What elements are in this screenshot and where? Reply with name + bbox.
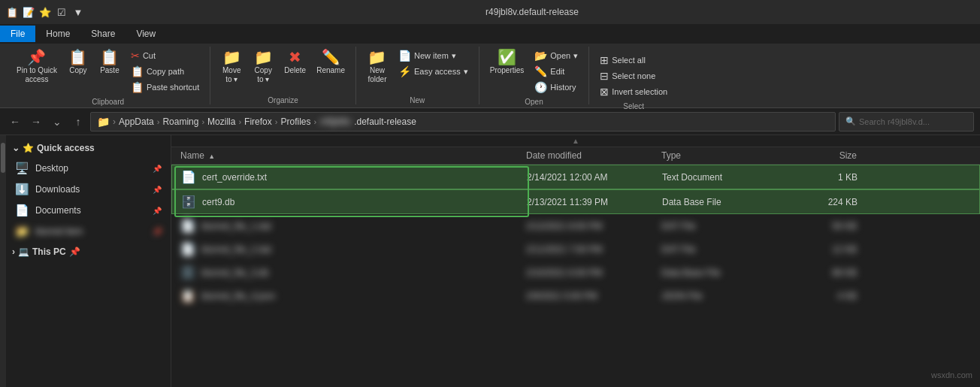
downloads-pin-icon: 📌 <box>153 186 162 194</box>
col-header-type[interactable]: Type <box>661 150 782 161</box>
desktop-pin-icon: 📌 <box>153 165 162 173</box>
search-bar[interactable]: 🔍 Search r49jbl8v.d... <box>839 112 974 132</box>
properties-button[interactable]: ✅ Properties <box>485 47 529 78</box>
organize-label: Organize <box>268 93 298 104</box>
documents-pin-icon: 📌 <box>153 207 162 215</box>
paste-shortcut-button[interactable]: 📋 Paste shortcut <box>126 80 204 95</box>
star-icon: ⭐ <box>39 6 51 18</box>
open-label: Open <box>525 95 543 106</box>
blurred-file-rows: 📄blurred_file_1.dat 2/12/2021 8:00 PM DA… <box>171 214 980 307</box>
history-button[interactable]: 🕐 History <box>530 80 582 95</box>
select-none-icon: ⊟ <box>600 70 609 82</box>
pin-to-quick-access-button[interactable]: 📌 Pin to Quickaccess <box>12 47 62 87</box>
sep4: › <box>275 117 278 126</box>
invert-icon: ⊠ <box>600 86 609 98</box>
open-button[interactable]: 📂 Open ▾ <box>530 48 582 63</box>
easy-access-icon: ⚡ <box>398 65 411 77</box>
new-folder-button[interactable]: 📁 Newfolder <box>362 47 392 87</box>
move-to-icon: 📁 <box>222 50 241 65</box>
paste-icon: 📋 <box>100 50 119 65</box>
copy-icon: 📋 <box>68 50 87 65</box>
back-button[interactable]: ← <box>6 113 24 131</box>
new-col: 📄 New item ▾ ⚡ Easy access ▾ <box>394 47 473 79</box>
title-bar: 📋 📝 ⭐ ☑ ▼ r49jbl8v.default-release <box>0 0 980 24</box>
select-none-button[interactable]: ⊟ Select none <box>595 68 672 83</box>
sep2: › <box>201 117 204 126</box>
menu-tab-view[interactable]: View <box>126 26 166 42</box>
cut-icon: ✂ <box>131 50 140 62</box>
copy-path-icon: 📋 <box>131 65 144 77</box>
address-profiles[interactable]: Profiles <box>280 116 310 127</box>
copy-path-button[interactable]: 📋 Copy path <box>126 64 204 79</box>
ribbon-group-select: ⊞ Select all ⊟ Select none ⊠ Invert sele… <box>589 47 678 104</box>
address-firefox[interactable]: Firefox <box>244 116 272 127</box>
sep3: › <box>238 117 241 126</box>
menu-tab-share[interactable]: Share <box>80 26 126 42</box>
open-arrow: ▾ <box>573 51 578 61</box>
new-item-button[interactable]: 📄 New item ▾ <box>394 48 473 63</box>
sep5: › <box>313 117 316 126</box>
window-title: r49jbl8v.default-release <box>90 7 974 17</box>
table-row[interactable]: 📄 cert_override.txt 2/14/2021 12:00 AM T… <box>171 165 980 189</box>
easy-access-label: Easy access <box>414 67 461 76</box>
pin-label: Pin to Quickaccess <box>17 66 57 84</box>
search-icon: 🔍 <box>845 116 856 126</box>
sidebar-item-downloads[interactable]: ⬇️ Downloads 📌 <box>6 179 171 200</box>
edit-button[interactable]: ✏️ Edit <box>530 64 582 79</box>
select-all-button[interactable]: ⊞ Select all <box>595 53 672 68</box>
easy-access-button[interactable]: ⚡ Easy access ▾ <box>394 64 473 79</box>
this-pc-icon: 💻 <box>18 246 29 257</box>
sidebar-item-documents[interactable]: 📄 Documents 📌 <box>6 200 171 221</box>
edit-label: Edit <box>550 67 564 76</box>
arrow-icon: ▼ <box>72 6 84 18</box>
table-row[interactable]: 🗄️ cert9.db 2/13/2021 11:39 PM Data Base… <box>171 189 980 214</box>
history-label: History <box>550 83 576 92</box>
table-row: 📄blurred_file_2.dat 2/11/2021 7:00 PM DA… <box>171 237 980 261</box>
copy-button[interactable]: 📋 Copy <box>63 47 93 78</box>
organize-items: 📁 Moveto ▾ 📁 Copyto ▾ ✖ Delete ✏️ Rename <box>216 47 349 93</box>
col-header-name[interactable]: Name ▲ <box>180 150 526 161</box>
up-button[interactable]: ↑ <box>69 113 87 131</box>
paste-button[interactable]: 📋 Paste <box>95 47 125 78</box>
file-area: ▲ Name ▲ Date modified Type Size 📄 cert_… <box>171 135 980 387</box>
move-to-button[interactable]: 📁 Moveto ▾ <box>216 47 247 87</box>
cut-button[interactable]: ✂ Cut <box>126 48 204 63</box>
address-release[interactable]: .default-release <box>354 116 416 127</box>
open-label: Open <box>550 51 570 60</box>
quick-access-header[interactable]: ⌄ ⭐ Quick access <box>6 138 171 158</box>
paste-label: Paste <box>100 66 119 75</box>
new-label: New <box>410 93 425 104</box>
checkbox-icon: ☑ <box>56 6 68 18</box>
recent-button[interactable]: ⌄ <box>48 113 66 131</box>
quick-access-arrow: ⌄ <box>12 143 20 153</box>
open-items: ✅ Properties 📂 Open ▾ ✏️ Edit 🕐 History <box>485 47 583 95</box>
menu-tab-home[interactable]: Home <box>35 26 80 42</box>
open-icon: 📂 <box>534 50 547 62</box>
address-profile-id[interactable]: r49jbl8v <box>319 116 351 127</box>
invert-label: Invert selection <box>612 87 667 96</box>
forward-button[interactable]: → <box>27 113 45 131</box>
copy-to-button[interactable]: 📁 Copyto ▾ <box>248 47 278 87</box>
sidebar-item-desktop[interactable]: 🖥️ Desktop 📌 <box>6 158 171 179</box>
address-bar[interactable]: 📁 › AppData › Roaming › Mozilla › Firefo… <box>90 112 836 132</box>
col-header-modified[interactable]: Date modified <box>526 150 661 161</box>
invert-selection-button[interactable]: ⊠ Invert selection <box>595 84 672 99</box>
address-mozilla[interactable]: Mozilla <box>207 116 235 127</box>
menu-tab-file[interactable]: File <box>0 26 35 42</box>
table-row: 📄blurred_file_1.dat 2/12/2021 8:00 PM DA… <box>171 214 980 237</box>
rename-button[interactable]: ✏️ Rename <box>312 47 349 78</box>
col-header-size[interactable]: Size <box>782 150 857 161</box>
desktop-icon: 🖥️ <box>15 162 29 175</box>
new-items: 📁 Newfolder 📄 New item ▾ ⚡ Easy access ▾ <box>362 47 473 93</box>
sidebar-scrollbar[interactable] <box>0 135 6 387</box>
sidebar-scrollbar-thumb[interactable] <box>1 143 5 173</box>
this-pc-header[interactable]: › 💻 This PC 📌 <box>6 242 171 262</box>
copy-path-label: Copy path <box>147 67 184 76</box>
address-appdata[interactable]: AppData <box>119 116 154 127</box>
select-label: Select <box>623 99 644 110</box>
ribbon-group-open: ✅ Properties 📂 Open ▾ ✏️ Edit 🕐 History <box>479 47 590 104</box>
table-row: 📋blurred_file_4.json 2/9/2021 5:00 PM JS… <box>171 284 980 307</box>
delete-button[interactable]: ✖ Delete <box>280 47 310 78</box>
address-roaming[interactable]: Roaming <box>162 116 198 127</box>
copy-to-label: Copyto ▾ <box>255 66 272 84</box>
